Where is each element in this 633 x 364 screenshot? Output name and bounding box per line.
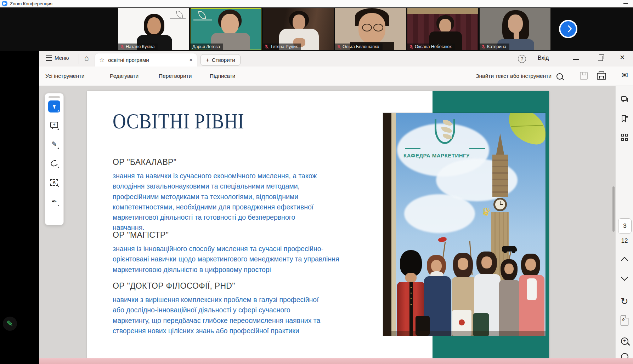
window-restore-button[interactable] xyxy=(598,56,603,61)
login-button[interactable]: Вхід xyxy=(538,55,549,61)
toolbar-item-convert[interactable]: Перетворити xyxy=(159,73,192,79)
previous-page-button[interactable] xyxy=(621,257,628,264)
page-thumbnails-button[interactable] xyxy=(620,133,629,142)
window-minimize-button[interactable] xyxy=(573,59,579,60)
search-label[interactable]: Знайти текст або інструменти xyxy=(476,73,552,79)
comments-icon xyxy=(620,96,629,104)
section-heading-bachelor: ОР "БАКАЛАВР" xyxy=(113,157,176,167)
toolbar-item-all-tools[interactable]: Усі інструменти xyxy=(45,73,85,79)
rotate-page-button[interactable]: ↻ xyxy=(620,297,629,306)
toolbar-divider xyxy=(572,71,572,81)
bookmark-icon xyxy=(620,115,629,123)
video-tile[interactable]: Оксана Небеснюк xyxy=(407,8,478,50)
slide-photo: КАФЕДРА МАРКЕТИНГУ ♛ xyxy=(383,113,546,336)
logo-text: КАФЕДРА МАРКЕТИНГУ xyxy=(403,152,492,158)
section-body-master: знання із інноваційного способу мислення… xyxy=(113,244,339,275)
video-tile[interactable]: Тетяна Рудик xyxy=(263,8,334,50)
current-page-input[interactable]: 3 xyxy=(618,218,632,234)
toolbar-item-edit[interactable]: Редагувати xyxy=(110,73,139,79)
plus-icon: + xyxy=(206,57,209,64)
search-icon[interactable] xyxy=(556,73,563,80)
participant-name-label: Тетяна Рудик xyxy=(263,44,301,50)
mic-muted-icon xyxy=(120,45,124,49)
freehand-draw-icon xyxy=(50,159,59,167)
right-sidebar: 3 12 ↻ + − xyxy=(615,86,633,358)
zoom-minimize-icon[interactable] xyxy=(623,3,628,4)
floor-shadow xyxy=(383,331,546,336)
highlight-tool-button[interactable]: ✎ xyxy=(48,138,60,150)
document-viewport: ОСВІТНІ РІВНІ ОР "БАКАЛАВР" знання та на… xyxy=(39,86,615,358)
participant-name-label: Катерина xyxy=(480,44,509,50)
participant-name-label: Ольга Белошапко xyxy=(335,44,383,50)
zoom-window-titlebar: Zoom Конференция xyxy=(0,0,633,7)
next-page-button[interactable] xyxy=(621,274,628,281)
panel-drag-handle[interactable] xyxy=(49,96,60,98)
leaf-logo-icon xyxy=(435,119,455,144)
tab-close-icon[interactable]: × xyxy=(189,57,193,64)
tab-title: освітні програми xyxy=(108,57,186,63)
zoom-in-icon: + xyxy=(621,337,628,345)
video-tile[interactable]: Ольга Белошапко xyxy=(335,8,406,50)
fit-page-button[interactable] xyxy=(620,316,629,325)
draw-tool-button[interactable] xyxy=(48,157,60,169)
cursor-arrow-icon xyxy=(53,104,57,109)
select-tool-button[interactable] xyxy=(48,100,60,112)
help-button[interactable]: ? xyxy=(518,55,526,63)
section-heading-master: ОР "МАГІСТР" xyxy=(113,230,169,240)
document-tab[interactable]: ☆ освітні програми × xyxy=(95,53,197,67)
next-videos-button[interactable] xyxy=(559,20,577,38)
fit-page-icon xyxy=(621,316,628,325)
video-tile[interactable]: Наталя Кукіна xyxy=(118,8,189,50)
backdrop-logo xyxy=(169,11,186,20)
photo-door-trim xyxy=(391,113,396,336)
comment-tool-button[interactable]: + xyxy=(48,119,60,131)
slide-title: ОСВІТНІ РІВНІ xyxy=(113,109,244,134)
pdf-page: ОСВІТНІ РІВНІ ОР "БАКАЛАВР" знання та на… xyxy=(87,91,549,358)
sign-pen-icon: ✒ xyxy=(51,197,57,206)
menu-button[interactable]: Меню xyxy=(46,55,69,61)
annotate-pencil-button[interactable]: ✎ xyxy=(3,317,17,331)
acrobat-toolbar: Усі інструменти Редагувати Перетворити П… xyxy=(39,67,633,86)
mic-muted-icon xyxy=(265,45,269,49)
highlighter-icon: ✎ xyxy=(51,140,57,148)
rotate-icon: ↻ xyxy=(621,297,628,306)
create-button[interactable]: + Створити xyxy=(200,54,241,66)
home-button[interactable]: ⌂ xyxy=(84,54,89,62)
bookmarks-panel-button[interactable] xyxy=(620,114,629,123)
acrobat-window: Меню ⌂ ☆ освітні програми × + Створити ?… xyxy=(39,51,633,364)
pencil-icon: ✎ xyxy=(7,319,13,328)
section-heading-phd: ОР "ДОКТОР ФІЛОСОФІЇ, PHD" xyxy=(113,281,235,291)
video-tile-active-speaker[interactable]: Дарья Легеза xyxy=(191,8,261,50)
zoom-in-button[interactable]: + xyxy=(620,336,629,346)
star-icon[interactable]: ☆ xyxy=(99,56,104,64)
chevron-right-icon xyxy=(560,21,576,37)
mic-muted-icon xyxy=(409,45,413,49)
add-text-tool-button[interactable]: A xyxy=(48,176,60,188)
comments-panel-button[interactable] xyxy=(620,95,629,104)
home-icon: ⌂ xyxy=(84,54,89,62)
email-icon[interactable]: ✉ xyxy=(622,71,628,80)
header-divider xyxy=(79,54,79,64)
car-doodle xyxy=(502,246,517,252)
window-close-button[interactable]: × xyxy=(620,53,624,62)
sidebar-divider xyxy=(619,290,630,290)
hamburger-icon xyxy=(46,55,52,61)
save-icon[interactable] xyxy=(580,72,588,80)
zoom-app-icon xyxy=(2,1,7,6)
marketing-department-logo: КАФЕДРА МАРКЕТИНГУ xyxy=(403,119,492,160)
fill-sign-tool-button[interactable]: ✒ xyxy=(48,195,60,207)
participant-name-label: Оксана Небеснюк xyxy=(407,44,455,50)
toolbar-item-sign[interactable]: Підписати xyxy=(210,73,235,79)
participant-name-label: Наталя Кукіна xyxy=(118,44,158,50)
text-box-icon: A xyxy=(50,179,58,186)
document-scrollbar-thumb[interactable] xyxy=(612,186,615,232)
section-body-phd: навички з вирішення комплексних проблем … xyxy=(113,295,325,336)
mic-muted-icon xyxy=(481,45,486,49)
print-icon[interactable] xyxy=(597,73,606,80)
grid-icon xyxy=(621,134,628,141)
comment-plus-icon: + xyxy=(50,122,58,128)
toolbar-divider xyxy=(613,71,613,81)
video-tile[interactable]: Катерина xyxy=(480,8,550,50)
total-pages-label: 12 xyxy=(616,237,633,244)
mic-muted-icon xyxy=(337,45,341,49)
